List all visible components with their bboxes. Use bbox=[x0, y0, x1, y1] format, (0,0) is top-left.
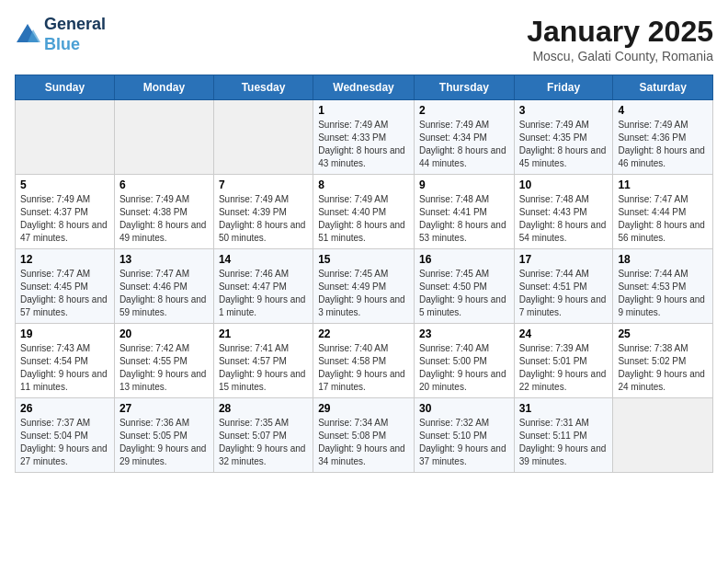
day-info: Sunrise: 7:44 AMSunset: 4:53 PMDaylight:… bbox=[618, 268, 708, 319]
calendar-cell: 24Sunrise: 7:39 AMSunset: 5:01 PMDayligh… bbox=[514, 324, 613, 398]
day-number: 31 bbox=[519, 402, 609, 415]
calendar-cell: 10Sunrise: 7:48 AMSunset: 4:43 PMDayligh… bbox=[514, 175, 613, 249]
calendar-cell: 25Sunrise: 7:38 AMSunset: 5:02 PMDayligh… bbox=[613, 324, 713, 398]
calendar-cell: 11Sunrise: 7:47 AMSunset: 4:44 PMDayligh… bbox=[613, 175, 713, 249]
day-number: 8 bbox=[318, 178, 409, 191]
day-info: Sunrise: 7:44 AMSunset: 4:51 PMDaylight:… bbox=[519, 268, 609, 319]
calendar-cell: 9Sunrise: 7:48 AMSunset: 4:41 PMDaylight… bbox=[414, 175, 514, 249]
calendar-cell: 8Sunrise: 7:49 AMSunset: 4:40 PMDaylight… bbox=[313, 175, 415, 249]
day-number: 20 bbox=[119, 327, 209, 340]
day-info: Sunrise: 7:37 AMSunset: 5:04 PMDaylight:… bbox=[20, 417, 109, 468]
page-header: General Blue January 2025 Moscu, Galati … bbox=[15, 15, 713, 63]
day-info: Sunrise: 7:49 AMSunset: 4:40 PMDaylight:… bbox=[318, 193, 409, 245]
calendar-cell: 20Sunrise: 7:42 AMSunset: 4:55 PMDayligh… bbox=[114, 324, 213, 398]
day-number: 9 bbox=[419, 178, 509, 191]
weekday-header-monday: Monday bbox=[114, 75, 213, 100]
day-info: Sunrise: 7:40 AMSunset: 5:00 PMDaylight:… bbox=[419, 342, 509, 394]
calendar-cell: 26Sunrise: 7:37 AMSunset: 5:04 PMDayligh… bbox=[16, 398, 115, 473]
day-info: Sunrise: 7:40 AMSunset: 4:58 PMDaylight:… bbox=[318, 342, 409, 394]
calendar-subtitle: Moscu, Galati County, Romania bbox=[527, 49, 713, 63]
weekday-header-row: SundayMondayTuesdayWednesdayThursdayFrid… bbox=[16, 75, 713, 100]
calendar-cell: 22Sunrise: 7:40 AMSunset: 4:58 PMDayligh… bbox=[313, 324, 415, 398]
calendar-cell: 7Sunrise: 7:49 AMSunset: 4:39 PMDaylight… bbox=[213, 175, 313, 249]
calendar-cell: 21Sunrise: 7:41 AMSunset: 4:57 PMDayligh… bbox=[213, 324, 313, 398]
day-number: 21 bbox=[219, 327, 308, 340]
calendar-cell: 31Sunrise: 7:31 AMSunset: 5:11 PMDayligh… bbox=[514, 398, 613, 473]
calendar-week-row: 12Sunrise: 7:47 AMSunset: 4:45 PMDayligh… bbox=[16, 249, 713, 324]
weekday-header-tuesday: Tuesday bbox=[213, 75, 313, 100]
day-number: 28 bbox=[219, 402, 308, 415]
calendar-cell: 13Sunrise: 7:47 AMSunset: 4:46 PMDayligh… bbox=[114, 249, 213, 324]
day-info: Sunrise: 7:38 AMSunset: 5:02 PMDaylight:… bbox=[618, 342, 708, 394]
calendar-table: SundayMondayTuesdayWednesdayThursdayFrid… bbox=[15, 75, 713, 473]
day-info: Sunrise: 7:45 AMSunset: 4:49 PMDaylight:… bbox=[318, 268, 409, 319]
calendar-header: SundayMondayTuesdayWednesdayThursdayFrid… bbox=[16, 75, 713, 100]
day-number: 11 bbox=[618, 178, 708, 191]
day-info: Sunrise: 7:42 AMSunset: 4:55 PMDaylight:… bbox=[119, 342, 209, 394]
day-number: 26 bbox=[20, 402, 109, 415]
day-number: 29 bbox=[318, 402, 409, 415]
calendar-body: 1Sunrise: 7:49 AMSunset: 4:33 PMDaylight… bbox=[16, 100, 713, 473]
day-number: 17 bbox=[519, 253, 609, 266]
day-info: Sunrise: 7:49 AMSunset: 4:35 PMDaylight:… bbox=[519, 119, 609, 170]
day-number: 12 bbox=[20, 253, 109, 266]
calendar-cell: 2Sunrise: 7:49 AMSunset: 4:34 PMDaylight… bbox=[414, 100, 514, 175]
calendar-cell: 27Sunrise: 7:36 AMSunset: 5:05 PMDayligh… bbox=[114, 398, 213, 473]
weekday-header-friday: Friday bbox=[514, 75, 613, 100]
day-number: 19 bbox=[20, 327, 109, 340]
day-number: 14 bbox=[219, 253, 308, 266]
calendar-cell: 4Sunrise: 7:49 AMSunset: 4:36 PMDaylight… bbox=[613, 100, 713, 175]
day-number: 22 bbox=[318, 327, 409, 340]
calendar-cell: 30Sunrise: 7:32 AMSunset: 5:10 PMDayligh… bbox=[414, 398, 514, 473]
weekday-header-sunday: Sunday bbox=[16, 75, 115, 100]
weekday-header-thursday: Thursday bbox=[414, 75, 514, 100]
day-info: Sunrise: 7:48 AMSunset: 4:41 PMDaylight:… bbox=[419, 193, 509, 245]
day-number: 2 bbox=[419, 104, 509, 117]
day-info: Sunrise: 7:39 AMSunset: 5:01 PMDaylight:… bbox=[519, 342, 609, 394]
calendar-cell: 17Sunrise: 7:44 AMSunset: 4:51 PMDayligh… bbox=[514, 249, 613, 324]
day-number: 7 bbox=[219, 178, 308, 191]
calendar-cell: 23Sunrise: 7:40 AMSunset: 5:00 PMDayligh… bbox=[414, 324, 514, 398]
day-number: 23 bbox=[419, 327, 509, 340]
calendar-cell: 19Sunrise: 7:43 AMSunset: 4:54 PMDayligh… bbox=[16, 324, 115, 398]
day-info: Sunrise: 7:34 AMSunset: 5:08 PMDaylight:… bbox=[318, 417, 409, 468]
calendar-cell: 15Sunrise: 7:45 AMSunset: 4:49 PMDayligh… bbox=[313, 249, 415, 324]
day-info: Sunrise: 7:35 AMSunset: 5:07 PMDaylight:… bbox=[219, 417, 308, 468]
logo-text: General Blue bbox=[44, 15, 106, 54]
day-info: Sunrise: 7:49 AMSunset: 4:39 PMDaylight:… bbox=[219, 193, 308, 245]
day-number: 25 bbox=[618, 327, 708, 340]
day-number: 6 bbox=[119, 178, 209, 191]
calendar-week-row: 26Sunrise: 7:37 AMSunset: 5:04 PMDayligh… bbox=[16, 398, 713, 473]
calendar-cell bbox=[16, 100, 115, 175]
calendar-week-row: 19Sunrise: 7:43 AMSunset: 4:54 PMDayligh… bbox=[16, 324, 713, 398]
day-number: 15 bbox=[318, 253, 409, 266]
day-info: Sunrise: 7:48 AMSunset: 4:43 PMDaylight:… bbox=[519, 193, 609, 245]
calendar-title: January 2025 bbox=[527, 15, 713, 49]
calendar-cell: 3Sunrise: 7:49 AMSunset: 4:35 PMDaylight… bbox=[514, 100, 613, 175]
day-number: 30 bbox=[419, 402, 509, 415]
title-section: January 2025 Moscu, Galati County, Roman… bbox=[527, 15, 713, 63]
calendar-cell: 6Sunrise: 7:49 AMSunset: 4:38 PMDaylight… bbox=[114, 175, 213, 249]
day-number: 27 bbox=[119, 402, 209, 415]
day-number: 4 bbox=[618, 104, 708, 117]
calendar-cell: 5Sunrise: 7:49 AMSunset: 4:37 PMDaylight… bbox=[16, 175, 115, 249]
day-info: Sunrise: 7:47 AMSunset: 4:45 PMDaylight:… bbox=[20, 268, 109, 319]
day-number: 18 bbox=[618, 253, 708, 266]
day-info: Sunrise: 7:49 AMSunset: 4:36 PMDaylight:… bbox=[618, 119, 708, 170]
day-info: Sunrise: 7:45 AMSunset: 4:50 PMDaylight:… bbox=[419, 268, 509, 319]
calendar-cell bbox=[613, 398, 713, 473]
day-number: 24 bbox=[519, 327, 609, 340]
day-info: Sunrise: 7:46 AMSunset: 4:47 PMDaylight:… bbox=[219, 268, 308, 319]
day-info: Sunrise: 7:47 AMSunset: 4:46 PMDaylight:… bbox=[119, 268, 209, 319]
day-info: Sunrise: 7:49 AMSunset: 4:38 PMDaylight:… bbox=[119, 193, 209, 245]
day-number: 1 bbox=[318, 104, 409, 117]
calendar-cell bbox=[213, 100, 313, 175]
calendar-cell: 18Sunrise: 7:44 AMSunset: 4:53 PMDayligh… bbox=[613, 249, 713, 324]
day-info: Sunrise: 7:49 AMSunset: 4:34 PMDaylight:… bbox=[419, 119, 509, 170]
day-info: Sunrise: 7:41 AMSunset: 4:57 PMDaylight:… bbox=[219, 342, 308, 394]
logo: General Blue bbox=[15, 15, 106, 54]
calendar-cell: 12Sunrise: 7:47 AMSunset: 4:45 PMDayligh… bbox=[16, 249, 115, 324]
day-info: Sunrise: 7:36 AMSunset: 5:05 PMDaylight:… bbox=[119, 417, 209, 468]
calendar-cell: 28Sunrise: 7:35 AMSunset: 5:07 PMDayligh… bbox=[213, 398, 313, 473]
calendar-week-row: 1Sunrise: 7:49 AMSunset: 4:33 PMDaylight… bbox=[16, 100, 713, 175]
